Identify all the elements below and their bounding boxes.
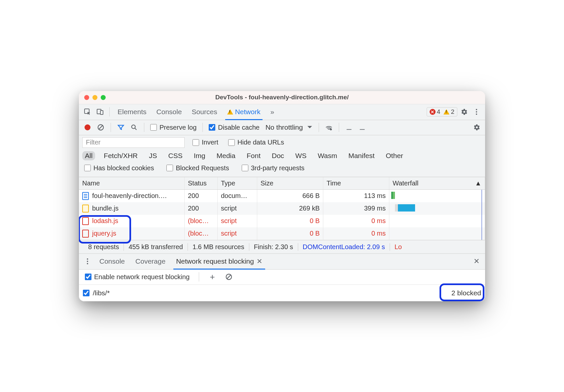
- svg-point-10: [330, 128, 332, 130]
- invert-input[interactable]: [193, 139, 199, 146]
- disable-cache-checkbox[interactable]: Disable cache: [207, 124, 262, 131]
- cell-type: script: [218, 215, 257, 227]
- throttling-select[interactable]: No throttling: [263, 123, 315, 131]
- disable-cache-input[interactable]: [209, 124, 215, 131]
- table-row[interactable]: lodash.js(bloc…script0 B0 ms: [79, 215, 485, 227]
- has-blocked-cookies-checkbox[interactable]: Has blocked cookies: [82, 164, 156, 172]
- type-filter-other[interactable]: Other: [383, 151, 406, 160]
- summary-requests: 8 requests: [84, 243, 124, 251]
- tab-sources[interactable]: Sources: [187, 104, 222, 120]
- col-type[interactable]: Type: [218, 177, 257, 189]
- filter-toggle-icon[interactable]: [115, 121, 127, 133]
- type-filter-ws[interactable]: WS: [293, 151, 309, 160]
- search-icon[interactable]: [128, 121, 140, 133]
- enable-blocking-input[interactable]: [85, 274, 91, 280]
- export-har-icon[interactable]: [356, 121, 368, 133]
- svg-line-7: [99, 125, 103, 130]
- preserve-log-input[interactable]: [150, 124, 157, 131]
- type-filter-doc[interactable]: Doc: [269, 151, 287, 160]
- more-tabs-button[interactable]: »: [266, 104, 279, 120]
- table-row[interactable]: jquery.js(bloc…script0 B0 ms: [79, 227, 485, 240]
- cell-time: 0 ms: [323, 215, 389, 227]
- separator: [199, 272, 199, 281]
- type-filter-all[interactable]: All: [82, 151, 95, 160]
- import-har-icon[interactable]: [343, 121, 355, 133]
- clear-button[interactable]: [95, 121, 107, 133]
- cell-type: script: [218, 202, 257, 215]
- tab-console[interactable]: Console: [152, 104, 187, 120]
- col-time[interactable]: Time: [323, 177, 389, 189]
- table-row[interactable]: foul-heavenly-direction.…200docum…666 B1…: [79, 190, 485, 202]
- errors-badge: ✕ 4: [430, 108, 441, 115]
- close-window-button[interactable]: [84, 95, 89, 100]
- cell-name: jquery.js: [79, 227, 185, 240]
- blocking-pattern-row[interactable]: /libs/* 2 blocked: [79, 285, 485, 301]
- filter-input[interactable]: Filter: [82, 137, 185, 148]
- hide-data-urls-checkbox[interactable]: Hide data URLs: [226, 139, 286, 146]
- cell-time: 399 ms: [323, 202, 389, 215]
- device-toolbar-icon[interactable]: [94, 106, 106, 118]
- minimize-window-button[interactable]: [92, 95, 97, 100]
- drawer-tab-coverage[interactable]: Coverage: [131, 254, 170, 269]
- tab-label: Elements: [118, 108, 147, 116]
- svg-point-5: [476, 114, 477, 115]
- blocked-cookies-input[interactable]: [84, 165, 91, 171]
- type-filter-js[interactable]: JS: [146, 151, 160, 160]
- network-conditions-icon[interactable]: [323, 121, 335, 133]
- record-button[interactable]: [82, 121, 93, 133]
- col-size[interactable]: Size: [257, 177, 323, 189]
- cell-status: (bloc…: [185, 215, 218, 227]
- remove-all-patterns-icon[interactable]: [223, 271, 235, 283]
- close-tab-icon[interactable]: ✕: [257, 257, 263, 265]
- blocked-requests-checkbox[interactable]: Blocked Requests: [164, 164, 231, 172]
- tab-network[interactable]: Network: [223, 104, 265, 120]
- drawer-tab-console[interactable]: Console: [95, 254, 129, 269]
- type-filter-img[interactable]: Img: [191, 151, 208, 160]
- zoom-window-button[interactable]: [101, 95, 106, 100]
- errors-count: 4: [437, 108, 441, 115]
- tab-elements[interactable]: Elements: [113, 104, 151, 120]
- type-filter-media[interactable]: Media: [214, 151, 238, 160]
- type-filter-wasm[interactable]: Wasm: [315, 151, 340, 160]
- network-summary: 8 requests 455 kB transferred 1.6 MB res…: [79, 240, 485, 253]
- enable-blocking-checkbox[interactable]: Enable network request blocking: [83, 273, 192, 281]
- svg-line-9: [135, 128, 136, 130]
- invert-checkbox[interactable]: Invert: [191, 139, 220, 146]
- blocked-requests-input[interactable]: [166, 165, 173, 171]
- summary-domcontentloaded: DOMContentLoaded: 2.09 s: [298, 243, 390, 251]
- drawer-tab-label: Network request blocking: [176, 257, 254, 265]
- drawer-kebab-icon[interactable]: [82, 255, 93, 267]
- tab-label: Console: [157, 108, 182, 116]
- drawer-tab-label: Console: [99, 257, 125, 265]
- kebab-menu-icon[interactable]: [471, 106, 482, 118]
- add-pattern-icon[interactable]: +: [206, 271, 218, 283]
- separator: [319, 123, 319, 132]
- type-filter-css[interactable]: CSS: [166, 151, 185, 160]
- col-waterfall[interactable]: Waterfall ▲: [389, 177, 485, 189]
- filter-placeholder: Filter: [86, 139, 100, 146]
- separator: [339, 123, 339, 132]
- col-status[interactable]: Status: [185, 177, 218, 189]
- error-icon: ✕: [430, 109, 436, 115]
- third-party-checkbox[interactable]: 3rd-party requests: [240, 164, 306, 172]
- col-name[interactable]: Name: [79, 177, 185, 189]
- third-party-input[interactable]: [242, 165, 248, 171]
- type-filter-fetchxhr[interactable]: Fetch/XHR: [101, 151, 140, 160]
- table-row[interactable]: bundle.js200script269 kB399 ms: [79, 202, 485, 215]
- file-name: foul-heavenly-direction.…: [92, 192, 167, 200]
- inspect-element-icon[interactable]: [82, 106, 93, 118]
- cell-name: lodash.js: [79, 215, 185, 227]
- preserve-log-checkbox[interactable]: Preserve log: [148, 124, 198, 131]
- drawer-tab-blocking[interactable]: Network request blocking ✕: [171, 254, 267, 269]
- hide-data-input[interactable]: [228, 139, 235, 146]
- pattern-enabled-checkbox[interactable]: [83, 290, 89, 296]
- resource-type-filters: AllFetch/XHRJSCSSImgMediaFontDocWSWasmMa…: [82, 148, 482, 162]
- cell-name: bundle.js: [79, 202, 185, 215]
- cell-size: 269 kB: [257, 202, 323, 215]
- type-filter-manifest[interactable]: Manifest: [346, 151, 377, 160]
- panel-settings-icon[interactable]: [471, 121, 482, 133]
- settings-icon[interactable]: [458, 106, 470, 118]
- type-filter-font[interactable]: Font: [244, 151, 263, 160]
- issues-badge[interactable]: ✕ 4 2: [427, 107, 457, 116]
- close-drawer-icon[interactable]: ✕: [471, 255, 482, 267]
